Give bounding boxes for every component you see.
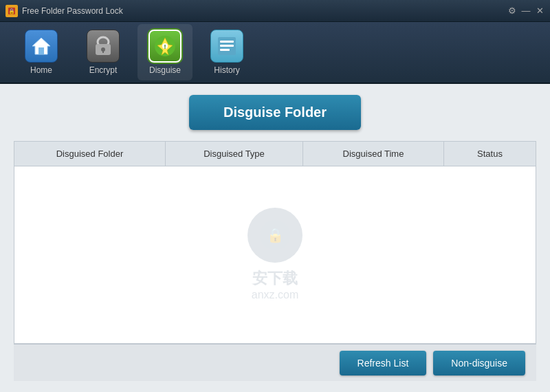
svg-point-16: [260, 220, 290, 250]
minimize-btn[interactable]: —: [521, 6, 531, 16]
close-btn[interactable]: ✕: [535, 6, 544, 16]
nav-item-disguise[interactable]: ! Disguise: [138, 24, 192, 80]
settings-btn[interactable]: ⚙: [507, 6, 517, 16]
col-header-time: Disguised Time: [303, 142, 444, 166]
nav-label-disguise: Disguise: [149, 65, 181, 75]
svg-rect-7: [102, 50, 104, 53]
disguise-folder-button[interactable]: Disguise Folder: [189, 95, 361, 130]
disguise-table: Disguised Folder Disguised Type Disguise…: [14, 141, 536, 344]
app-title: Free Folder Password Lock: [22, 6, 507, 16]
table-header: Disguised Folder Disguised Type Disguise…: [14, 142, 536, 166]
nav-item-history[interactable]: History: [199, 24, 254, 80]
history-icon: [210, 30, 243, 63]
svg-rect-15: [220, 49, 230, 51]
window-controls: ⚙ — ✕: [507, 6, 544, 16]
watermark-subtext: anxz.com: [248, 289, 302, 301]
table-body: 🔒 安下载 anxz.com: [14, 166, 536, 342]
app-icon: 🔒: [6, 5, 18, 17]
home-icon: [25, 30, 58, 63]
nav-item-encrypt[interactable]: Encrypt: [76, 24, 131, 80]
svg-text:🔒: 🔒: [267, 227, 284, 243]
col-header-status: Status: [444, 142, 536, 166]
nav-label-encrypt: Encrypt: [89, 65, 118, 75]
disguise-icon: !: [148, 30, 182, 63]
nav-bar: Home Encrypt ! Disguise: [0, 22, 550, 84]
svg-text:!: !: [164, 43, 166, 50]
nav-item-home[interactable]: Home: [14, 24, 69, 80]
svg-rect-14: [220, 45, 234, 47]
col-header-folder: Disguised Folder: [14, 142, 166, 166]
nav-label-history: History: [214, 65, 239, 75]
watermark-text: 安下载: [248, 268, 302, 289]
svg-rect-3: [38, 47, 44, 54]
non-disguise-button[interactable]: Non-disguise: [433, 351, 525, 375]
svg-rect-13: [220, 41, 234, 43]
svg-text:🔒: 🔒: [8, 8, 15, 14]
nav-label-home: Home: [30, 65, 52, 75]
encrypt-icon: [87, 30, 120, 63]
refresh-list-button[interactable]: Refresh List: [340, 351, 427, 375]
main-content: Disguise Folder Disguised Folder Disguis…: [0, 84, 550, 392]
watermark-icon: 🔒: [248, 208, 302, 263]
watermark: 🔒 安下载 anxz.com: [248, 208, 302, 301]
title-bar: 🔒 Free Folder Password Lock ⚙ — ✕: [0, 0, 550, 22]
col-header-type: Disguised Type: [166, 142, 303, 166]
bottom-bar: Refresh List Non-disguise: [14, 344, 536, 381]
